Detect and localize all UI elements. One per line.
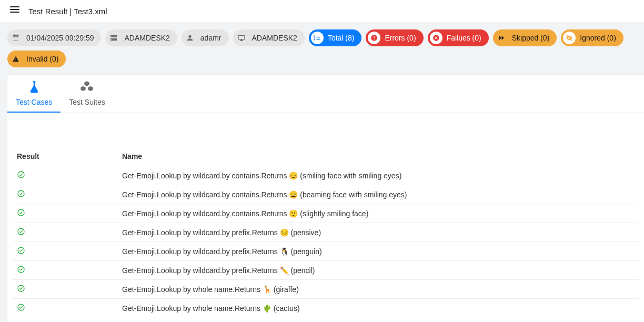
col-name[interactable]: Name — [118, 145, 639, 166]
test-name-post: (slightly smiling face) — [298, 209, 368, 218]
svg-point-6 — [18, 209, 24, 216]
tabs-card: Test Cases Test Suites Result Name Get-E… — [7, 75, 644, 322]
test-name-emoji: 😄 — [289, 190, 298, 199]
result-cell — [13, 223, 118, 242]
table-row[interactable]: Get-Emoji.Lookup by wildcard.by contains… — [13, 204, 639, 223]
svg-rect-2 — [374, 39, 375, 39]
test-name-pre: Get-Emoji.Lookup by wildcard.by contains… — [122, 209, 289, 218]
result-cell — [13, 204, 118, 223]
chip-skipped[interactable]: Skipped (0) — [493, 29, 557, 46]
chip-skipped-label: Skipped (0) — [512, 34, 550, 42]
svg-point-8 — [18, 247, 24, 254]
test-name-pre: Get-Emoji.Lookup by wildcard.by prefix.R… — [122, 228, 280, 237]
test-name-post: (pencil) — [289, 266, 315, 275]
chip-datetime: 01/04/2025 09:29:59 — [7, 29, 101, 46]
test-name-post: (beaming face with smiling eyes) — [298, 190, 407, 199]
warning-icon — [9, 53, 22, 65]
pass-icon — [17, 191, 25, 199]
server-icon — [107, 32, 120, 44]
table-row[interactable]: Get-Emoji.Lookup by whole name.Returns 🌵… — [13, 299, 639, 318]
name-cell: Get-Emoji.Lookup by wildcard.by prefix.R… — [118, 261, 639, 280]
chip-failures[interactable]: Failues (0) — [428, 29, 489, 46]
chip-machine-label: ADAMDESK2 — [252, 34, 297, 42]
name-cell: Get-Emoji.Lookup by wildcard.by contains… — [118, 185, 639, 204]
test-name-pre: Get-Emoji.Lookup by wildcard.by contains… — [122, 172, 289, 180]
tab-test-cases[interactable]: Test Cases — [7, 75, 61, 113]
test-name-pre: Get-Emoji.Lookup by wildcard.by contains… — [122, 190, 289, 199]
tab-test-suites[interactable]: Test Suites — [61, 75, 113, 113]
menu-button[interactable] — [8, 5, 21, 17]
chip-ignored-label: Ignored (0) — [580, 34, 616, 42]
pass-icon — [17, 305, 25, 313]
failure-icon — [430, 32, 442, 44]
result-cell — [13, 280, 118, 299]
tab-cases-label: Test Cases — [16, 98, 52, 106]
pass-icon — [17, 229, 25, 237]
cubes-icon — [79, 80, 94, 95]
result-cell — [13, 185, 118, 204]
name-cell: Get-Emoji.Lookup by whole name.Returns 🦒… — [118, 280, 639, 299]
svg-point-4 — [18, 172, 24, 178]
flask-icon — [27, 80, 42, 95]
chip-errors-label: Errors (0) — [385, 34, 416, 42]
test-name-emoji: ✏️ — [280, 266, 289, 275]
test-name-emoji: 😔 — [280, 228, 289, 237]
test-name-post: (smiling face with smiling eyes) — [298, 172, 401, 180]
svg-point-5 — [18, 190, 24, 197]
tabs: Test Cases Test Suites — [7, 75, 644, 113]
table-row[interactable]: Get-Emoji.Lookup by whole name.Returns 🦒… — [13, 280, 639, 299]
test-name-post: (penguin) — [289, 247, 322, 256]
skip-icon — [495, 32, 508, 44]
test-name-post: (cactus) — [271, 304, 300, 313]
chip-user: adamr — [182, 29, 229, 46]
chip-failures-label: Failues (0) — [447, 34, 481, 42]
table-row[interactable]: Get-Emoji.Lookup by wildcard.by prefix.R… — [13, 261, 639, 280]
pass-icon — [17, 286, 25, 294]
svg-point-11 — [18, 304, 24, 310]
error-icon — [368, 32, 380, 44]
chip-machine: ADAMDESK2 — [233, 29, 305, 46]
result-cell — [13, 242, 118, 261]
svg-rect-1 — [374, 36, 375, 39]
name-cell: Get-Emoji.Lookup by wildcard.by contains… — [118, 166, 639, 185]
table-row[interactable]: Get-Emoji.Lookup by wildcard.by contains… — [13, 185, 639, 204]
chip-total-label: Total (8) — [328, 34, 355, 42]
calendar-icon — [9, 32, 22, 44]
chip-errors[interactable]: Errors (0) — [366, 29, 423, 46]
table-row[interactable]: Get-Emoji.Lookup by wildcard.by prefix.R… — [13, 242, 639, 261]
pass-icon — [17, 172, 25, 180]
name-cell: Get-Emoji.Lookup by whole name.Returns 🌵… — [118, 299, 639, 318]
tab-suites-label: Test Suites — [69, 98, 105, 106]
svg-point-7 — [18, 228, 24, 235]
table-row[interactable]: Get-Emoji.Lookup by wildcard.by prefix.R… — [13, 223, 639, 242]
test-name-pre: Get-Emoji.Lookup by wildcard.by prefix.R… — [122, 266, 280, 275]
chip-host-label: ADAMDESK2 — [124, 34, 169, 42]
list-icon — [311, 32, 324, 44]
chip-ignored[interactable]: Ignored (0) — [561, 29, 623, 46]
test-name-pre: Get-Emoji.Lookup by whole name.Returns — [122, 304, 263, 313]
table-row[interactable]: Get-Emoji.Lookup by wildcard.by contains… — [13, 166, 639, 185]
test-name-pre: Get-Emoji.Lookup by wildcard.by prefix.R… — [122, 247, 280, 256]
test-name-emoji: 🐧 — [280, 247, 289, 256]
pass-icon — [17, 210, 25, 218]
test-name-emoji: 😊 — [289, 172, 298, 180]
test-name-post: (pensive) — [289, 228, 321, 237]
result-cell — [13, 299, 118, 318]
test-name-emoji: 🌵 — [263, 304, 271, 313]
name-cell: Get-Emoji.Lookup by wildcard.by prefix.R… — [118, 242, 639, 261]
col-result[interactable]: Result — [13, 145, 118, 166]
content-area: 01/04/2025 09:29:59 ADAMDESK2 adamr ADAM… — [0, 22, 644, 322]
results-table: Result Name Get-Emoji.Lookup by wildcard… — [13, 145, 639, 317]
svg-point-9 — [18, 266, 24, 273]
chip-invalid-label: Invalid (0) — [26, 55, 58, 63]
test-name-post: (giraffe) — [271, 285, 299, 294]
eye-off-icon — [563, 32, 576, 44]
name-cell: Get-Emoji.Lookup by wildcard.by contains… — [118, 204, 639, 223]
chip-total[interactable]: Total (8) — [309, 29, 362, 46]
user-icon — [184, 32, 196, 44]
result-cell — [13, 261, 118, 280]
chip-user-label: adamr — [200, 34, 222, 42]
chip-invalid[interactable]: Invalid (0) — [7, 51, 66, 67]
svg-point-10 — [18, 285, 24, 291]
test-name-pre: Get-Emoji.Lookup by whole name.Returns — [122, 285, 263, 294]
